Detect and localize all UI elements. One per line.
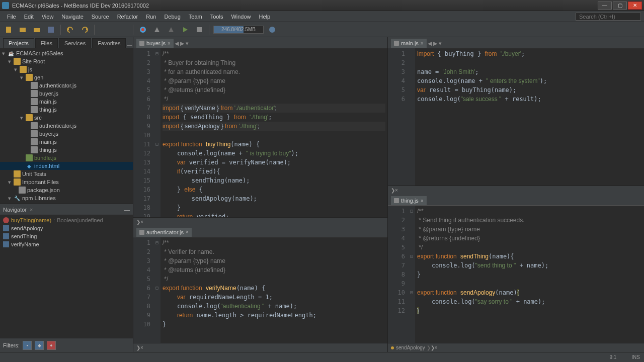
- close-tab-icon[interactable]: ×: [168, 41, 171, 46]
- thing-breadcrumb[interactable]: sendApology❯×: [388, 343, 644, 352]
- fold-column[interactable]: [408, 48, 415, 186]
- svg-rect-2: [34, 28, 40, 32]
- memory-meter[interactable]: 246.8/402.5MB: [213, 26, 264, 34]
- fold-column[interactable]: ⊟ ⊟: [153, 237, 160, 343]
- main-editor[interactable]: 123456 import { buyThing } from './buyer…: [388, 48, 644, 186]
- menu-window[interactable]: Window: [227, 13, 255, 21]
- open-button[interactable]: [31, 24, 42, 35]
- navigator-minimize-button[interactable]: —: [124, 207, 130, 213]
- tree-file[interactable]: buyer.js: [0, 89, 133, 98]
- tree-file[interactable]: buyer.js: [0, 130, 133, 138]
- save-all-button[interactable]: [45, 24, 56, 35]
- close-icon[interactable]: ×: [435, 345, 438, 350]
- menu-tools[interactable]: Tools: [206, 13, 227, 21]
- global-search-input[interactable]: [576, 13, 641, 21]
- close-icon[interactable]: ×: [395, 188, 398, 193]
- main-breadcrumb[interactable]: ❯×: [388, 186, 644, 195]
- menu-run[interactable]: Run: [142, 13, 160, 21]
- tree-file[interactable]: main.js: [0, 98, 133, 106]
- tree-bundle[interactable]: bundle.js: [0, 154, 133, 162]
- project-tree[interactable]: ▾☕ECMAScript6Sales ▾Site Root ▾js ▾gen a…: [0, 48, 133, 204]
- tree-siteroot[interactable]: ▾Site Root: [0, 57, 133, 65]
- new-project-button[interactable]: [17, 24, 28, 35]
- maximize-button[interactable]: ▢: [613, 2, 627, 10]
- filter-button-3[interactable]: ●: [47, 341, 56, 350]
- close-tab-icon[interactable]: ×: [421, 198, 424, 204]
- tree-package[interactable]: package.json: [0, 186, 133, 194]
- tree-gen[interactable]: ▾gen: [0, 73, 133, 81]
- auth-breadcrumb[interactable]: ❯×: [133, 343, 387, 352]
- tree-file[interactable]: thing.js: [0, 146, 133, 154]
- browser-icon[interactable]: [137, 24, 148, 35]
- editor-split-icon[interactable]: ◀ ▶ ▾: [174, 39, 190, 48]
- menu-edit[interactable]: Edit: [20, 13, 38, 21]
- navigator-close-icon[interactable]: ×: [30, 207, 33, 213]
- tab-thing[interactable]: thing.js×: [391, 196, 427, 205]
- fold-column[interactable]: ⊟ ⊟ ⊟: [408, 206, 415, 343]
- close-tab-icon[interactable]: ×: [186, 229, 189, 235]
- clean-build-button[interactable]: [166, 24, 177, 35]
- close-tab-icon[interactable]: ×: [421, 41, 424, 46]
- authenticator-editor[interactable]: 12345678910 ⊟ ⊟ /** * Verifier for name.…: [133, 237, 387, 343]
- tree-important[interactable]: ▾Important Files: [0, 178, 133, 186]
- tab-services[interactable]: Services: [59, 38, 91, 48]
- close-icon[interactable]: ×: [140, 219, 143, 225]
- editor-split-icon[interactable]: ◀ ▶ ▾: [427, 39, 443, 48]
- menu-help[interactable]: Help: [255, 13, 275, 21]
- menu-view[interactable]: View: [38, 13, 58, 21]
- toolbar: 246.8/402.5MB: [0, 22, 644, 37]
- build-button[interactable]: [151, 24, 163, 35]
- menu-file[interactable]: File: [3, 13, 20, 21]
- tab-authenticator[interactable]: authenticator.js×: [136, 228, 192, 237]
- minimize-pane-button[interactable]: —: [126, 42, 133, 48]
- undo-button[interactable]: [65, 24, 76, 35]
- menu-team[interactable]: Team: [185, 13, 206, 21]
- menu-debug[interactable]: Debug: [160, 13, 184, 21]
- tree-file[interactable]: main.js: [0, 138, 133, 146]
- tree-index[interactable]: ◆index.html: [0, 162, 133, 170]
- tree-js[interactable]: ▾js: [0, 65, 133, 73]
- buyer-tabs: buyer.js× ◀ ▶ ▾: [133, 37, 387, 48]
- tree-file[interactable]: thing.js: [0, 106, 133, 114]
- projects-tabs: Projects Files Services Favorites —: [0, 37, 133, 48]
- close-icon[interactable]: ×: [140, 345, 143, 350]
- filter-button-1[interactable]: ▪: [23, 341, 32, 350]
- run-button[interactable]: [180, 24, 191, 35]
- navigator-body[interactable]: buyThing(name) : Boolean|undefined sendA…: [0, 215, 133, 338]
- tab-main[interactable]: main.js×: [391, 39, 427, 48]
- code-area[interactable]: import { buyThing } from './buyer'; name…: [415, 48, 644, 186]
- nav-item[interactable]: buyThing(name) : Boolean|undefined: [0, 216, 133, 224]
- tab-files[interactable]: Files: [35, 38, 58, 48]
- cursor-position: 9:1: [609, 354, 616, 360]
- close-button[interactable]: ✕: [628, 2, 642, 10]
- tree-file[interactable]: authenticator.js: [0, 122, 133, 130]
- tab-favorites[interactable]: Favorites: [92, 38, 126, 48]
- code-area[interactable]: /** * Verifier for name. * @param {type}…: [160, 237, 387, 343]
- tree-file[interactable]: authenticator.js: [0, 81, 133, 89]
- tree-unittests[interactable]: Unit Tests: [0, 170, 133, 178]
- menu-refactor[interactable]: Refactor: [113, 13, 142, 21]
- tree-npm[interactable]: ▾🔧npm Libraries: [0, 194, 133, 202]
- code-area[interactable]: /** * Buyer for obtaining Thing * for an…: [160, 48, 387, 217]
- buyer-editor[interactable]: 1234567891011121314151617181920 ⊟ ⊟ /** …: [133, 48, 387, 217]
- nav-item[interactable]: sendThing: [0, 232, 133, 240]
- tree-src[interactable]: ▾src: [0, 114, 133, 122]
- tab-projects[interactable]: Projects: [3, 38, 34, 48]
- new-file-button[interactable]: [3, 24, 14, 35]
- filter-button-2[interactable]: ◆: [35, 341, 44, 350]
- tab-buyer[interactable]: buyer.js×: [136, 39, 174, 48]
- thing-editor[interactable]: 123456789101112 ⊟ ⊟ ⊟ /** * Send thing i…: [388, 206, 644, 343]
- buyer-breadcrumb[interactable]: ❯×: [133, 217, 387, 226]
- gc-button[interactable]: [267, 24, 278, 35]
- nav-item[interactable]: verifyName: [0, 240, 133, 248]
- modified-dot-icon: [391, 346, 394, 349]
- menu-navigate[interactable]: Navigate: [57, 13, 87, 21]
- nav-item[interactable]: sendApology: [0, 224, 133, 232]
- code-area[interactable]: /** * Send thing if authentication succe…: [415, 206, 644, 343]
- redo-button[interactable]: [79, 24, 90, 35]
- menu-source[interactable]: Source: [88, 13, 113, 21]
- fold-column[interactable]: ⊟ ⊟: [153, 48, 160, 217]
- minimize-button[interactable]: —: [598, 2, 612, 10]
- debug-button[interactable]: [194, 24, 205, 35]
- tree-project[interactable]: ▾☕ECMAScript6Sales: [0, 49, 133, 57]
